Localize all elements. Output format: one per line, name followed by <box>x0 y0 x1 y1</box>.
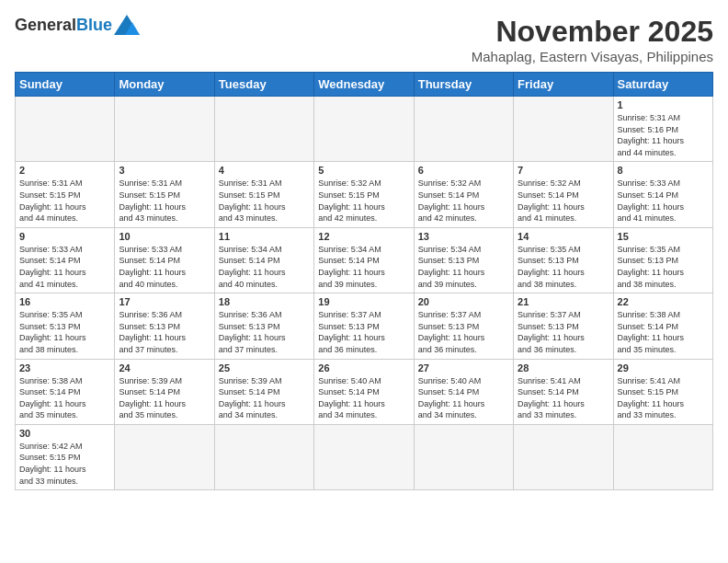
day-info: Sunrise: 5:32 AM Sunset: 5:14 PM Dayligh… <box>418 178 509 224</box>
day-number: 25 <box>219 362 310 373</box>
day-info: Sunrise: 5:39 AM Sunset: 5:14 PM Dayligh… <box>119 375 210 421</box>
day-number: 10 <box>119 231 210 242</box>
calendar-cell <box>414 424 513 489</box>
day-info: Sunrise: 5:33 AM Sunset: 5:14 PM Dayligh… <box>618 178 709 224</box>
calendar-table: SundayMondayTuesdayWednesdayThursdayFrid… <box>15 72 713 490</box>
calendar-cell: 5Sunrise: 5:32 AM Sunset: 5:15 PM Daylig… <box>314 162 414 227</box>
weekday-header-wednesday: Wednesday <box>314 73 414 97</box>
day-number: 16 <box>19 296 110 307</box>
month-title: November 2025 <box>472 15 713 49</box>
calendar-cell: 23Sunrise: 5:38 AM Sunset: 5:14 PM Dayli… <box>16 359 115 424</box>
day-info: Sunrise: 5:34 AM Sunset: 5:14 PM Dayligh… <box>318 244 409 290</box>
calendar-cell: 26Sunrise: 5:40 AM Sunset: 5:14 PM Dayli… <box>314 359 414 424</box>
week-row-4: 23Sunrise: 5:38 AM Sunset: 5:14 PM Dayli… <box>16 359 713 424</box>
day-number: 30 <box>19 428 110 439</box>
calendar-cell <box>214 97 313 162</box>
calendar-cell: 28Sunrise: 5:41 AM Sunset: 5:14 PM Dayli… <box>514 359 613 424</box>
calendar-cell: 12Sunrise: 5:34 AM Sunset: 5:14 PM Dayli… <box>314 227 414 293</box>
weekday-header-sunday: Sunday <box>16 73 115 97</box>
day-info: Sunrise: 5:38 AM Sunset: 5:14 PM Dayligh… <box>19 375 110 421</box>
calendar-cell <box>514 424 613 489</box>
day-info: Sunrise: 5:40 AM Sunset: 5:14 PM Dayligh… <box>418 375 509 421</box>
calendar-cell: 20Sunrise: 5:37 AM Sunset: 5:13 PM Dayli… <box>414 293 513 359</box>
calendar-cell <box>414 97 513 162</box>
calendar-cell: 4Sunrise: 5:31 AM Sunset: 5:15 PM Daylig… <box>214 162 313 227</box>
day-info: Sunrise: 5:41 AM Sunset: 5:14 PM Dayligh… <box>518 375 609 421</box>
calendar-cell <box>314 97 414 162</box>
logo-blue-text: Blue <box>76 16 112 35</box>
day-number: 11 <box>219 231 310 242</box>
day-number: 24 <box>119 362 210 373</box>
calendar-cell: 7Sunrise: 5:32 AM Sunset: 5:14 PM Daylig… <box>514 162 613 227</box>
day-number: 3 <box>119 165 210 176</box>
day-number: 6 <box>418 165 509 176</box>
day-info: Sunrise: 5:36 AM Sunset: 5:13 PM Dayligh… <box>119 309 210 355</box>
day-info: Sunrise: 5:35 AM Sunset: 5:13 PM Dayligh… <box>518 244 609 290</box>
day-info: Sunrise: 5:31 AM Sunset: 5:15 PM Dayligh… <box>19 178 110 224</box>
day-number: 19 <box>318 296 409 307</box>
day-info: Sunrise: 5:39 AM Sunset: 5:14 PM Dayligh… <box>219 375 310 421</box>
calendar-cell: 13Sunrise: 5:34 AM Sunset: 5:13 PM Dayli… <box>414 227 513 293</box>
day-info: Sunrise: 5:34 AM Sunset: 5:14 PM Dayligh… <box>219 244 310 290</box>
calendar-cell: 8Sunrise: 5:33 AM Sunset: 5:14 PM Daylig… <box>613 162 712 227</box>
calendar-cell: 18Sunrise: 5:36 AM Sunset: 5:13 PM Dayli… <box>214 293 313 359</box>
title-area: November 2025 Mahaplag, Eastern Visayas,… <box>472 15 713 64</box>
day-info: Sunrise: 5:32 AM Sunset: 5:15 PM Dayligh… <box>318 178 409 224</box>
day-number: 5 <box>318 165 409 176</box>
day-info: Sunrise: 5:31 AM Sunset: 5:16 PM Dayligh… <box>618 112 709 158</box>
day-info: Sunrise: 5:36 AM Sunset: 5:13 PM Dayligh… <box>219 309 310 355</box>
calendar-cell: 30Sunrise: 5:42 AM Sunset: 5:15 PM Dayli… <box>16 424 115 489</box>
calendar-cell: 11Sunrise: 5:34 AM Sunset: 5:14 PM Dayli… <box>214 227 313 293</box>
calendar-cell: 24Sunrise: 5:39 AM Sunset: 5:14 PM Dayli… <box>115 359 214 424</box>
calendar-cell <box>115 424 214 489</box>
day-number: 14 <box>518 231 609 242</box>
day-number: 18 <box>219 296 310 307</box>
calendar-cell: 29Sunrise: 5:41 AM Sunset: 5:15 PM Dayli… <box>613 359 712 424</box>
day-info: Sunrise: 5:42 AM Sunset: 5:15 PM Dayligh… <box>19 441 110 487</box>
day-info: Sunrise: 5:41 AM Sunset: 5:15 PM Dayligh… <box>618 375 709 421</box>
calendar-cell: 1Sunrise: 5:31 AM Sunset: 5:16 PM Daylig… <box>613 97 712 162</box>
day-info: Sunrise: 5:40 AM Sunset: 5:14 PM Dayligh… <box>318 375 409 421</box>
calendar-cell: 22Sunrise: 5:38 AM Sunset: 5:14 PM Dayli… <box>613 293 712 359</box>
calendar-cell <box>314 424 414 489</box>
calendar-cell <box>115 97 214 162</box>
location-title: Mahaplag, Eastern Visayas, Philippines <box>472 49 713 64</box>
day-number: 7 <box>518 165 609 176</box>
week-row-0: 1Sunrise: 5:31 AM Sunset: 5:16 PM Daylig… <box>16 97 713 162</box>
calendar-cell <box>214 424 313 489</box>
calendar-cell: 15Sunrise: 5:35 AM Sunset: 5:13 PM Dayli… <box>613 227 712 293</box>
day-number: 21 <box>518 296 609 307</box>
calendar-cell: 6Sunrise: 5:32 AM Sunset: 5:14 PM Daylig… <box>414 162 513 227</box>
day-info: Sunrise: 5:33 AM Sunset: 5:14 PM Dayligh… <box>19 244 110 290</box>
weekday-header-row: SundayMondayTuesdayWednesdayThursdayFrid… <box>16 73 713 97</box>
day-info: Sunrise: 5:31 AM Sunset: 5:15 PM Dayligh… <box>219 178 310 224</box>
day-number: 20 <box>418 296 509 307</box>
weekday-header-thursday: Thursday <box>414 73 513 97</box>
logo-icon <box>114 15 140 35</box>
week-row-3: 16Sunrise: 5:35 AM Sunset: 5:13 PM Dayli… <box>16 293 713 359</box>
day-number: 15 <box>618 231 709 242</box>
logo-general-text: General <box>15 16 76 35</box>
calendar-cell: 19Sunrise: 5:37 AM Sunset: 5:13 PM Dayli… <box>314 293 414 359</box>
calendar-cell: 9Sunrise: 5:33 AM Sunset: 5:14 PM Daylig… <box>16 227 115 293</box>
day-info: Sunrise: 5:38 AM Sunset: 5:14 PM Dayligh… <box>618 309 709 355</box>
day-info: Sunrise: 5:35 AM Sunset: 5:13 PM Dayligh… <box>618 244 709 290</box>
calendar-cell <box>16 97 115 162</box>
day-info: Sunrise: 5:33 AM Sunset: 5:14 PM Dayligh… <box>119 244 210 290</box>
week-row-5: 30Sunrise: 5:42 AM Sunset: 5:15 PM Dayli… <box>16 424 713 489</box>
day-number: 12 <box>318 231 409 242</box>
weekday-header-monday: Monday <box>115 73 214 97</box>
weekday-header-tuesday: Tuesday <box>214 73 313 97</box>
day-info: Sunrise: 5:35 AM Sunset: 5:13 PM Dayligh… <box>19 309 110 355</box>
weekday-header-saturday: Saturday <box>613 73 712 97</box>
calendar-cell: 14Sunrise: 5:35 AM Sunset: 5:13 PM Dayli… <box>514 227 613 293</box>
day-number: 26 <box>318 362 409 373</box>
calendar-cell <box>613 424 712 489</box>
day-number: 22 <box>618 296 709 307</box>
day-number: 13 <box>418 231 509 242</box>
calendar-cell: 17Sunrise: 5:36 AM Sunset: 5:13 PM Dayli… <box>115 293 214 359</box>
calendar-cell: 10Sunrise: 5:33 AM Sunset: 5:14 PM Dayli… <box>115 227 214 293</box>
calendar-cell <box>514 97 613 162</box>
day-number: 29 <box>618 362 709 373</box>
calendar-cell: 16Sunrise: 5:35 AM Sunset: 5:13 PM Dayli… <box>16 293 115 359</box>
